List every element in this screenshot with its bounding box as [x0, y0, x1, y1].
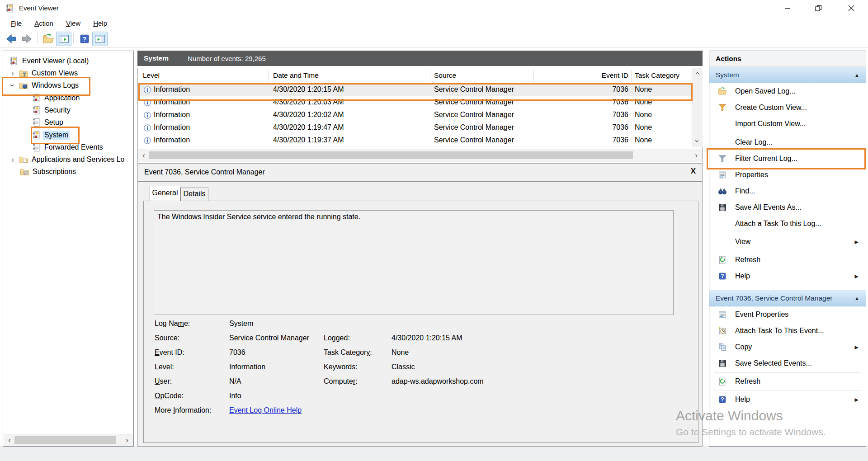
collapse-icon[interactable]	[854, 72, 859, 78]
action-import-custom-view[interactable]: Import Custom View...	[709, 116, 866, 132]
field-label-keywords: Keywords:	[324, 363, 358, 371]
minimize-button[interactable]	[778, 0, 797, 16]
action-open-saved-log[interactable]: Open Saved Log...	[709, 83, 866, 99]
log-icon	[31, 142, 41, 152]
field-value-task-category: None	[392, 348, 409, 357]
chevron-right-icon[interactable]	[9, 156, 16, 163]
action-attach-task-to-event[interactable]: Attach Task To This Event...	[709, 323, 866, 339]
scroll-left-icon[interactable]	[140, 150, 148, 161]
event-log-online-help-link[interactable]: Event Log Online Help	[229, 406, 302, 414]
scroll-right-icon[interactable]	[123, 434, 131, 446]
section-header-label: Event 7036, Service Control Manager	[716, 294, 832, 302]
action-help[interactable]: Help	[709, 268, 866, 284]
back-button[interactable]	[4, 32, 19, 46]
action-copy[interactable]: Copy	[709, 339, 866, 355]
tree-item-security[interactable]: Security	[3, 104, 132, 116]
close-preview-icon[interactable]	[691, 167, 696, 176]
column-header-event-id[interactable]: Event ID	[583, 71, 628, 80]
close-button[interactable]	[841, 0, 861, 16]
detail-title: Event 7036, Service Control Manager	[144, 168, 265, 176]
column-divider[interactable]	[269, 70, 269, 82]
action-refresh-event[interactable]: Refresh	[709, 373, 866, 390]
tab-general[interactable]: General	[150, 186, 180, 201]
tree-item-event-viewer-local[interactable]: Event Viewer (Local)	[3, 55, 132, 67]
menu-file[interactable]: File	[5, 18, 27, 28]
scrollbar-thumb[interactable]	[149, 151, 633, 159]
forward-button[interactable]	[19, 32, 34, 46]
tree-item-setup[interactable]: Setup	[3, 116, 132, 128]
action-attach-task-to-log[interactable]: Attach a Task To this Log...	[709, 216, 866, 232]
tree-horizontal-scrollbar[interactable]	[4, 434, 133, 446]
properties-icon	[717, 170, 727, 180]
restore-button[interactable]	[808, 0, 828, 16]
menu-help[interactable]: Help	[88, 18, 113, 28]
action-create-custom-view[interactable]: Create Custom View...	[709, 99, 866, 116]
event-row[interactable]: Information 4/30/2020 1:20:02 AM Service…	[138, 109, 691, 122]
section-header-label: System	[716, 71, 739, 79]
event-row[interactable]: Information 4/30/2020 1:20:03 AM Service…	[138, 96, 691, 109]
scroll-left-icon[interactable]	[5, 434, 14, 446]
refresh-icon	[717, 376, 727, 386]
column-header-source[interactable]: Source	[434, 71, 456, 80]
event-description-box[interactable]: The Windows Insider Service service ente…	[154, 210, 674, 315]
action-event-properties[interactable]: Event Properties	[709, 306, 866, 323]
action-properties[interactable]: Properties	[709, 167, 866, 183]
event-list-header-row: Level Date and Time Source Event ID Task…	[138, 68, 691, 84]
tree-item-system[interactable]: System	[3, 129, 132, 141]
tree-item-forwarded-events[interactable]: Forwarded Events	[3, 141, 132, 153]
menu-view[interactable]: View	[61, 18, 86, 28]
action-save-selected-events[interactable]: Save Selected Events...	[709, 355, 866, 372]
scroll-up-icon[interactable]	[692, 69, 702, 77]
help-button[interactable]	[77, 32, 92, 46]
collapse-icon[interactable]	[854, 296, 859, 301]
action-pane-icon	[94, 33, 106, 45]
cell-datetime: 4/30/2020 1:20:02 AM	[273, 111, 344, 119]
event-row-selected[interactable]: Information 4/30/2020 1:20:15 AM Service…	[138, 84, 691, 96]
column-divider[interactable]	[533, 70, 534, 82]
event-list-vertical-scrollbar[interactable]	[692, 68, 703, 147]
refresh-icon	[717, 255, 727, 265]
column-header-task-category[interactable]: Task Category	[635, 71, 679, 80]
field-label-more-information: More Information:	[155, 406, 211, 414]
event-row[interactable]: Information 4/30/2020 1:19:47 AM Service…	[138, 122, 691, 134]
column-divider[interactable]	[631, 70, 632, 82]
tree-item-windows-logs[interactable]: Windows Logs	[3, 79, 132, 91]
action-filter-current-log[interactable]: Filter Current Log...	[709, 151, 866, 167]
action-view[interactable]: View	[709, 234, 866, 250]
menu-action[interactable]: Action	[29, 18, 59, 28]
back-icon	[5, 33, 18, 45]
tree-item-custom-views[interactable]: Custom Views	[3, 67, 132, 79]
chevron-right-icon[interactable]	[9, 70, 16, 76]
actions-section-event-7036[interactable]: Event 7036, Service Control Manager	[709, 290, 866, 306]
chevron-down-icon[interactable]	[9, 82, 16, 89]
column-divider[interactable]	[430, 70, 430, 82]
restore-icon	[815, 5, 822, 12]
column-header-level[interactable]: Level	[143, 71, 160, 80]
tree-item-subscriptions[interactable]: Subscriptions	[3, 165, 132, 178]
field-value-keywords: Classic	[392, 363, 415, 371]
tree-item-applications-and-services[interactable]: Applications and Services Lo	[3, 153, 132, 165]
open-saved-log-button[interactable]	[41, 32, 56, 46]
action-find[interactable]: Find...	[709, 183, 866, 199]
show-console-tree-button[interactable]	[56, 32, 71, 46]
help-icon	[717, 395, 727, 405]
action-help-event[interactable]: Help	[709, 391, 866, 408]
cell-source: Service Control Manager	[434, 111, 514, 119]
scroll-right-icon[interactable]	[692, 150, 700, 161]
action-refresh[interactable]: Refresh	[709, 252, 866, 268]
window-title: Event Viewer	[19, 4, 59, 12]
column-header-date-time[interactable]: Date and Time	[273, 71, 319, 80]
action-clear-log[interactable]: Clear Log...	[709, 134, 866, 151]
scrollbar-thumb[interactable]	[14, 436, 116, 444]
event-row[interactable]: Information 4/30/2020 1:19:37 AM Service…	[138, 134, 691, 147]
actions-section-system[interactable]: System	[709, 67, 866, 83]
tree-item-label: Application	[43, 94, 81, 103]
cell-level: Information	[154, 85, 190, 94]
scroll-down-icon[interactable]	[692, 137, 702, 145]
event-list-horizontal-scrollbar[interactable]	[138, 149, 702, 162]
tab-details[interactable]: Details	[180, 188, 208, 201]
action-save-all-events-as[interactable]: Save All Events As...	[709, 199, 866, 216]
tree-item-application[interactable]: Application	[3, 92, 132, 104]
show-action-pane-button[interactable]	[92, 32, 108, 46]
help-icon	[78, 33, 91, 45]
